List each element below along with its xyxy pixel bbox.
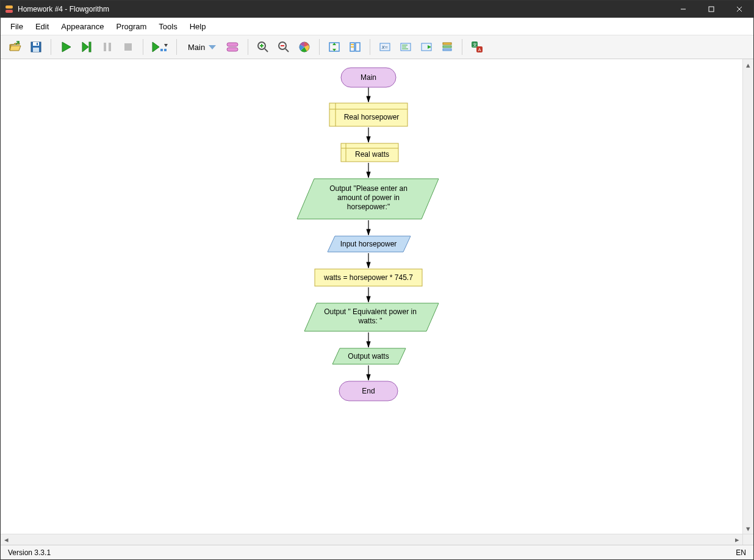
horizontal-scrollbar[interactable]: ◂ ▸ [1,534,753,545]
svg-rect-0 [5,5,13,9]
folder-open-icon [9,40,22,54]
source-icon [420,40,433,54]
console-button[interactable] [397,38,414,56]
title-bar: Homework #4 - Flowgorithm [1,1,753,18]
node-declare-watts[interactable]: Real watts [341,143,398,162]
minimize-button[interactable] [669,1,697,18]
node-main[interactable]: Main [341,68,396,87]
app-window: Homework #4 - Flowgorithm File Edit Appe… [0,0,754,560]
scroll-down-icon[interactable]: ▾ [743,523,753,534]
status-bar: Version 3.3.1 EN [1,545,753,559]
step-icon [80,40,93,54]
play-icon [59,40,73,54]
save-icon [29,40,43,54]
close-button[interactable] [725,1,753,18]
flowchart-canvas[interactable]: Main Real horsepower Real watts Output "… [1,59,753,534]
menu-help[interactable]: Help [184,20,212,34]
step-button[interactable] [78,38,95,56]
svg-line-23 [265,49,268,52]
vertical-scrollbar[interactable]: ▴ ▾ [742,59,753,534]
svg-rect-1 [5,10,13,13]
svg-marker-10 [62,42,71,52]
color-scheme-button[interactable] [296,38,313,56]
speed-icon [151,40,169,54]
app-icon [4,4,14,14]
save-button[interactable] [27,38,45,56]
zoom-in-button[interactable] [254,38,271,56]
stop-button[interactable] [120,38,137,56]
node-output-prompt[interactable]: Output "Please enter an amount of power … [297,179,439,219]
svg-text:Output " Equivalent power in: Output " Equivalent power in [324,307,417,316]
run-speed-button[interactable] [149,38,170,56]
stop-icon [121,40,135,54]
svg-rect-20 [227,43,238,46]
menu-bar: File Edit Appearance Program Tools Help [1,18,753,35]
menu-file[interactable]: File [4,20,29,34]
node-declare-horsepower[interactable]: Real horsepower [329,103,408,126]
svg-rect-15 [124,43,132,51]
add-function-button[interactable] [224,38,242,56]
svg-rect-34 [356,43,360,51]
node-input-horsepower[interactable]: Input horsepower [328,236,411,252]
svg-rect-36 [351,46,354,48]
scroll-left-icon[interactable]: ◂ [1,534,12,545]
layout-icon-1 [328,40,341,54]
pause-button[interactable] [99,38,116,56]
svg-rect-13 [104,43,106,51]
zoom-out-button[interactable] [275,38,292,56]
svg-rect-18 [164,49,167,51]
variable-watch-button[interactable]: x= [376,38,393,56]
svg-text:amount of power in: amount of power in [337,193,400,202]
node-output-label[interactable]: Output " Equivalent power in watts: " [304,303,439,331]
layout-icon-2 [348,40,362,54]
svg-rect-7 [33,42,39,46]
svg-text:End: End [362,387,375,395]
function-selector[interactable]: Main [183,41,221,54]
svg-text:x=: x= [381,44,388,50]
menu-edit[interactable]: Edit [29,20,55,34]
color-wheel-icon [298,40,311,54]
node-output-watts[interactable]: Output watts [332,348,406,364]
chevron-down-icon [209,45,216,49]
stack-icon [440,40,454,54]
open-button[interactable] [7,38,24,56]
run-button[interactable] [57,38,74,56]
scroll-up-icon[interactable]: ▴ [743,59,753,70]
function-selector-label: Main [188,43,205,52]
svg-text:Real horsepower: Real horsepower [344,113,400,121]
source-code-viewer-button[interactable] [418,38,435,56]
svg-rect-17 [160,49,163,51]
svg-marker-11 [82,42,88,52]
functions-icon [226,40,240,54]
translate-icon: 文 A [470,40,484,54]
layout-windowed-button[interactable] [326,38,343,56]
node-end[interactable]: End [339,381,398,401]
menu-appearance[interactable]: Appearance [55,20,110,34]
zoom-out-icon [277,40,290,54]
scroll-right-icon[interactable]: ▸ [731,534,742,545]
svg-text:Output "Please enter an: Output "Please enter an [329,184,408,193]
stack-button[interactable] [439,38,456,56]
pause-icon [101,40,114,54]
svg-rect-46 [443,46,451,48]
svg-rect-12 [89,42,91,52]
svg-rect-8 [33,48,39,52]
svg-text:Real watts: Real watts [355,150,389,159]
maximize-button[interactable] [697,1,725,18]
toolbar: Main [1,35,753,59]
translate-button[interactable]: 文 A [469,38,486,56]
svg-rect-21 [227,48,238,51]
svg-rect-45 [443,43,451,45]
menu-program[interactable]: Program [110,20,153,34]
svg-line-27 [285,49,289,52]
node-assign-watts[interactable]: watts = horsepower * 745.7 [315,269,422,286]
svg-rect-14 [109,43,111,51]
svg-text:A: A [478,48,481,52]
window-title: Homework #4 - Flowgorithm [18,5,669,13]
layout-split-button[interactable] [346,38,364,56]
svg-text:horsepower:": horsepower:" [347,203,390,211]
console-icon [399,40,412,54]
language-label: EN [736,548,746,557]
menu-tools[interactable]: Tools [153,20,183,34]
zoom-in-icon [256,40,270,54]
